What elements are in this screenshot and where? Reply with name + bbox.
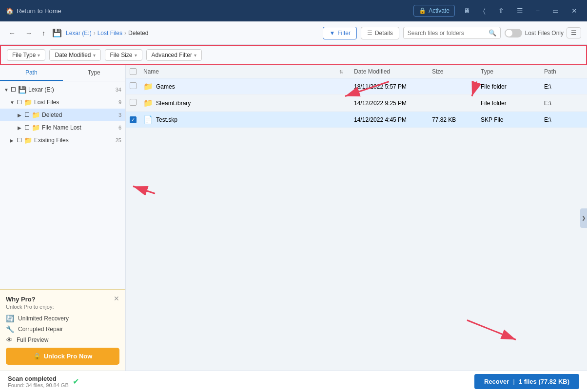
date-modified-arrow: ▾ (93, 53, 96, 58)
tab-type[interactable]: Type (63, 65, 126, 81)
tree-item-deleted[interactable]: ▶ ☐ 📁 Deleted 3 (0, 109, 125, 121)
header-size: Size (432, 68, 481, 75)
unlock-icon: 🔒 (33, 353, 41, 360)
table-row[interactable]: ✓ 📄 Test.skp 14/12/2022 4:45 PM 77.82 KB… (126, 112, 587, 128)
tab-path[interactable]: Path (0, 65, 63, 81)
unlimited-icon: 🔄 (6, 315, 14, 322)
activate-button[interactable]: 🔒 Activate (413, 5, 455, 17)
row-name-games: 📁 Games (143, 82, 339, 91)
lost-files-label: Lost Files Only (525, 30, 564, 37)
header-sort[interactable]: ⇅ (339, 68, 354, 75)
forward-button[interactable]: → (22, 27, 35, 39)
file-list: Name ⇅ Date Modified Size Type Path (126, 65, 587, 371)
file-size-filter[interactable]: File Size ▾ (105, 49, 142, 61)
preview-label: Full Preview (17, 336, 48, 343)
row-checkbox-test[interactable]: ✓ (130, 116, 143, 123)
file-type-arrow: ▾ (38, 53, 40, 58)
table-row[interactable]: 📁 Games 18/11/2022 5:57 PM File folder E… (126, 78, 587, 95)
export-button[interactable]: ☰ (567, 27, 581, 38)
row-type-steam: File folder (481, 100, 544, 107)
tree-item-lost-files[interactable]: ▼ ☐ 📁 Lost Files 9 (0, 96, 125, 109)
header-name: Name (143, 68, 339, 75)
filter-button[interactable]: ▼ Filter (323, 27, 357, 39)
menu-icon-button[interactable]: ☰ (513, 5, 527, 17)
minimize-button[interactable]: − (532, 5, 544, 17)
pro-title: Why Pro? (6, 296, 119, 303)
file-name-lost-toggle: ▶ (18, 125, 22, 131)
table-row[interactable]: 📁 SteamLibrary 14/12/2022 9:25 PM File f… (126, 95, 587, 112)
row-date-games: 18/11/2022 5:57 PM (354, 83, 432, 90)
header-date: Date Modified (354, 68, 432, 75)
breadcrumb: Lexar (E:) › Lost Files › Deleted (66, 30, 319, 37)
content-area: Name ⇅ Date Modified Size Type Path (126, 65, 587, 371)
close-button[interactable]: ✕ (567, 5, 581, 17)
row-date-test: 14/12/2022 4:45 PM (354, 116, 432, 123)
titlebar-actions: 🔒 Activate 🖥 〈 ⇧ ☰ − ▭ ✕ (413, 5, 581, 17)
scan-status-section: Scan completed Found: 34 files, 90.84 GB (8, 375, 69, 388)
pro-subtitle: Unlock Pro to enjoy: (6, 304, 119, 310)
existing-files-icon: 📁 (24, 136, 32, 144)
home-icon: 🏠 (6, 7, 14, 15)
breadcrumb-drive[interactable]: Lexar (E:) (66, 30, 92, 37)
back-button[interactable]: ← (6, 27, 19, 39)
upload-icon-button[interactable]: ⇧ (494, 5, 508, 17)
file-size-arrow: ▾ (135, 53, 137, 58)
table-body: 📁 Games 18/11/2022 5:57 PM File folder E… (126, 78, 587, 371)
row-path-games: E:\ (544, 83, 583, 90)
details-button[interactable]: ☰ Details (361, 27, 399, 39)
recover-button[interactable]: Recover | 1 files (77.82 KB) (474, 374, 579, 389)
date-modified-filter[interactable]: Date Modified ▾ (49, 49, 100, 61)
recover-detail: 1 files (77.82 KB) (519, 378, 569, 385)
up-button[interactable]: ↑ (39, 27, 48, 39)
file-size-label: File Size (110, 52, 133, 58)
main-layout: Path Type ▼ ☐ 💾 Lexar (E:) 34 ▼ ☐ 📁 Lost… (0, 65, 587, 371)
tree-item-file-name-lost[interactable]: ▶ ☐ 📁 File Name Lost 6 (0, 121, 125, 134)
row-checkbox-games[interactable] (130, 82, 143, 91)
collapse-handle[interactable]: ❯ (580, 208, 587, 228)
pro-feature-preview: 👁 Full Preview (6, 336, 119, 344)
home-button[interactable]: 🏠 Return to Home (6, 7, 410, 15)
monitor-icon-button[interactable]: 🖥 (460, 5, 474, 17)
row-type-test: SKP File (481, 116, 544, 123)
file-name-lost-checkbox: ☐ (24, 124, 30, 131)
row-name-steam: 📁 SteamLibrary (143, 98, 339, 108)
corrupted-label: Corrupted Repair (18, 326, 63, 333)
tree-item-existing-files[interactable]: ▶ ☐ 📁 Existing Files 25 (0, 134, 125, 147)
scan-status: Scan completed (8, 375, 69, 382)
breadcrumb-folder1[interactable]: Lost Files (98, 30, 122, 37)
breadcrumb-folder2[interactable]: Deleted (128, 30, 148, 37)
file-name-lost-icon: 📁 (32, 124, 40, 131)
titlebar: 🏠 Return to Home 🔒 Activate 🖥 〈 ⇧ ☰ − ▭ … (0, 0, 587, 21)
select-all-checkbox[interactable] (130, 68, 137, 75)
advanced-filter[interactable]: Advanced Filter ▾ (146, 49, 202, 61)
row-size-test: 77.82 KB (432, 116, 481, 123)
advanced-filter-label: Advanced Filter (152, 52, 192, 58)
file-type-label: File Type (12, 52, 36, 58)
folder-icon: 📁 (143, 82, 153, 91)
advanced-filter-arrow: ▾ (194, 53, 196, 58)
tree-item-lexar[interactable]: ▼ ☐ 💾 Lexar (E:) 34 (0, 83, 125, 96)
filter-icon: ▼ (329, 30, 335, 37)
sidebar-tabs: Path Type (0, 65, 125, 81)
corrupted-icon: 🔧 (6, 325, 14, 333)
maximize-button[interactable]: ▭ (548, 5, 563, 17)
table-header: Name ⇅ Date Modified Size Type Path (126, 65, 587, 78)
file-type-filter[interactable]: File Type ▾ (7, 49, 45, 61)
unlock-pro-button[interactable]: 🔒 Unlock Pro Now (6, 348, 119, 365)
filterbar: File Type ▾ Date Modified ▾ File Size ▾ … (0, 45, 587, 65)
file-tree: ▼ ☐ 💾 Lexar (E:) 34 ▼ ☐ 📁 Lost Files 9 ▶… (0, 81, 125, 289)
sidebar: Path Type ▼ ☐ 💾 Lexar (E:) 34 ▼ ☐ 📁 Lost… (0, 65, 126, 371)
row-checkbox-steam[interactable] (130, 99, 143, 107)
checked-checkbox[interactable]: ✓ (130, 116, 137, 123)
folder-icon: 📁 (143, 98, 153, 108)
search-input[interactable] (408, 30, 486, 37)
deleted-toggle: ▶ (18, 112, 22, 118)
pro-feature-corrupted: 🔧 Corrupted Repair (6, 325, 119, 333)
share-icon-button[interactable]: 〈 (479, 5, 489, 17)
pro-close-button[interactable]: ✕ (114, 295, 119, 302)
recover-label: Recover (484, 378, 509, 385)
lost-files-icon: 📁 (24, 98, 32, 106)
existing-files-toggle: ▶ (10, 138, 15, 143)
lost-files-toggle[interactable] (505, 29, 522, 37)
search-icon: 🔍 (489, 29, 496, 37)
